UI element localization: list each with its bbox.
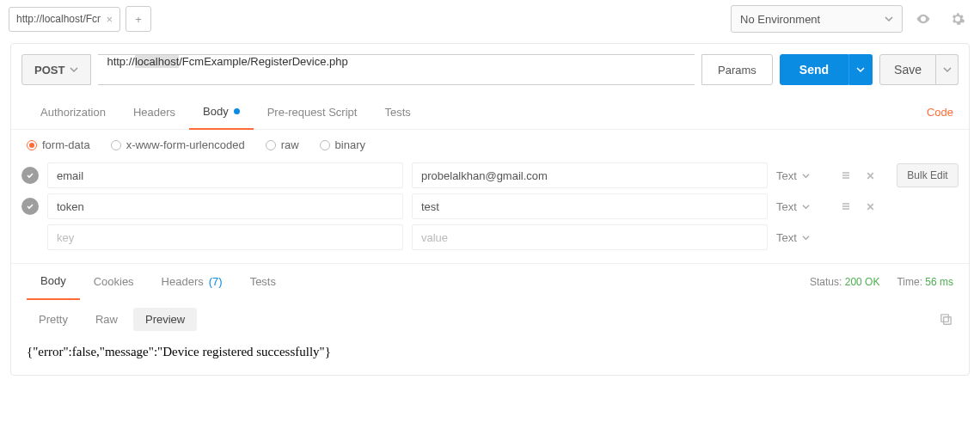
row-enable-toggle xyxy=(21,229,39,246)
svg-point-0 xyxy=(922,18,925,21)
type-select[interactable]: Text xyxy=(776,169,828,182)
send-button[interactable]: Send xyxy=(780,54,848,85)
bulk-edit-button[interactable]: Bulk Edit xyxy=(897,163,959,187)
status-value: 200 OK xyxy=(845,276,880,288)
request-tabs-area: http://localhost/FcmE × + xyxy=(9,6,731,32)
headers-count: (7) xyxy=(209,275,223,288)
reorder-handle[interactable] xyxy=(836,166,855,185)
value-input[interactable]: probelalkhan@gmail.com xyxy=(412,162,768,188)
top-right-controls: No Environment xyxy=(731,5,971,33)
radio-form-data[interactable]: form-data xyxy=(27,138,90,151)
url-selection: localhost xyxy=(135,55,179,68)
copy-response-button[interactable] xyxy=(939,312,953,327)
check-icon xyxy=(26,202,34,211)
radio-label: form-data xyxy=(42,138,90,151)
close-icon xyxy=(866,202,875,211)
radio-icon xyxy=(320,140,330,150)
new-tab-button[interactable]: + xyxy=(126,6,151,32)
response-tab-tests[interactable]: Tests xyxy=(236,264,290,300)
close-icon xyxy=(866,171,875,181)
type-select[interactable]: Text xyxy=(776,231,828,244)
type-label: Text xyxy=(776,200,797,213)
response-preview: {"error":false,"message":"Device registe… xyxy=(11,340,969,375)
time-label: Time: xyxy=(897,276,922,288)
tab-headers[interactable]: Headers xyxy=(119,95,189,130)
view-raw[interactable]: Raw xyxy=(83,308,130,331)
preview-env-button[interactable] xyxy=(910,5,937,33)
radio-icon xyxy=(111,140,121,150)
check-icon xyxy=(26,171,34,180)
url-suffix: /FcmExample/RegisterDevice.php xyxy=(179,55,348,68)
chevron-down-icon xyxy=(943,65,952,74)
method-label: POST xyxy=(34,64,64,77)
reorder-icon xyxy=(841,170,851,181)
value-input[interactable]: test xyxy=(412,193,768,219)
reorder-handle[interactable] xyxy=(836,197,855,216)
response-headers-label: Headers xyxy=(162,275,204,288)
svg-rect-2 xyxy=(941,315,949,322)
radio-label: raw xyxy=(281,138,299,151)
send-group: Send xyxy=(780,54,873,85)
key-input[interactable]: token xyxy=(47,193,403,219)
response-tab-headers[interactable]: Headers (7) xyxy=(148,264,236,300)
send-dropdown[interactable] xyxy=(848,54,873,85)
radio-label: binary xyxy=(335,138,365,151)
time-value: 56 ms xyxy=(925,276,953,288)
top-bar: http://localhost/FcmE × + No Environment xyxy=(0,0,980,38)
reorder-icon xyxy=(841,201,851,211)
chevron-down-icon xyxy=(802,234,810,242)
chevron-down-icon xyxy=(885,15,893,23)
gear-icon xyxy=(950,11,965,27)
radio-urlencoded[interactable]: x-www-form-urlencoded xyxy=(111,138,245,151)
tab-body[interactable]: Body xyxy=(189,95,254,130)
view-preview[interactable]: Preview xyxy=(133,308,197,331)
request-tab[interactable]: http://localhost/FcmE × xyxy=(9,7,120,32)
row-enable-toggle[interactable] xyxy=(21,198,39,215)
value-input[interactable]: value xyxy=(412,224,768,250)
row-actions xyxy=(836,197,888,216)
url-prefix: http:// xyxy=(107,55,135,68)
save-dropdown[interactable] xyxy=(936,54,959,85)
status-label: Status: xyxy=(810,276,842,288)
code-link[interactable]: Code xyxy=(927,106,953,119)
delete-row-button[interactable] xyxy=(861,197,879,216)
row-enable-toggle[interactable] xyxy=(21,167,39,184)
copy-icon xyxy=(939,312,953,327)
response-view-modes: Pretty Raw Preview xyxy=(11,299,969,340)
eye-icon xyxy=(916,11,931,27)
key-input[interactable]: key xyxy=(47,224,403,250)
method-select[interactable]: POST xyxy=(21,54,91,85)
environment-label: No Environment xyxy=(740,13,820,26)
radio-raw[interactable]: raw xyxy=(266,138,299,151)
response-tab-cookies[interactable]: Cookies xyxy=(80,264,148,300)
tab-tests[interactable]: Tests xyxy=(371,95,424,130)
row-actions xyxy=(836,166,888,185)
key-input[interactable]: email xyxy=(47,162,403,188)
status-group: Status: 200 OK xyxy=(810,276,879,288)
radio-label: x-www-form-urlencoded xyxy=(126,138,245,151)
kv-row: token test Text xyxy=(21,191,959,222)
settings-button[interactable] xyxy=(944,5,971,33)
chevron-down-icon xyxy=(70,65,78,74)
params-button[interactable]: Params xyxy=(701,54,773,85)
tab-prerequest[interactable]: Pre-request Script xyxy=(254,95,371,130)
tab-authorization[interactable]: Authorization xyxy=(27,95,119,130)
save-button[interactable]: Save xyxy=(879,54,936,85)
type-label: Text xyxy=(776,169,797,182)
url-input[interactable]: http://localhost/FcmExample/RegisterDevi… xyxy=(98,54,695,85)
svg-rect-1 xyxy=(944,317,952,325)
close-tab-icon[interactable]: × xyxy=(106,13,113,26)
type-select[interactable]: Text xyxy=(776,200,828,213)
radio-binary[interactable]: binary xyxy=(320,138,365,151)
response-tab-body[interactable]: Body xyxy=(27,264,80,300)
environment-select[interactable]: No Environment xyxy=(731,5,903,33)
radio-icon xyxy=(27,140,37,150)
request-section-tabs: Authorization Headers Body Pre-request S… xyxy=(11,95,969,130)
url-row: POST http://localhost/FcmExample/Registe… xyxy=(11,44,969,95)
time-group: Time: 56 ms xyxy=(897,276,953,288)
view-pretty[interactable]: Pretty xyxy=(27,308,80,331)
response-tabs: Body Cookies Headers (7) Tests Status: 2… xyxy=(11,263,969,299)
type-label: Text xyxy=(776,231,797,244)
chevron-down-icon xyxy=(802,203,810,211)
delete-row-button[interactable] xyxy=(861,166,879,185)
